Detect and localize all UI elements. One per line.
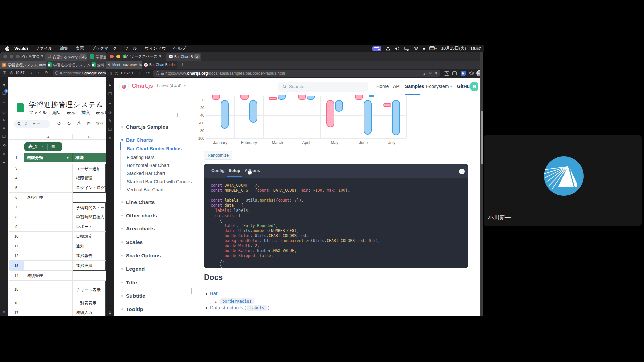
cell-a9[interactable] xyxy=(24,222,73,232)
apple-icon[interactable] xyxy=(5,46,9,51)
row-number[interactable]: 9 xyxy=(9,222,24,232)
back-panel-notes-icon[interactable]: ✎ xyxy=(0,118,8,123)
back-panel-add-icon[interactable]: + xyxy=(0,160,8,165)
extension-icon-blue[interactable] xyxy=(461,71,466,76)
bar-pink-may[interactable] xyxy=(326,100,334,127)
print-icon[interactable]: ⎙ xyxy=(77,121,80,126)
clock-icon[interactable]: ◷ xyxy=(115,71,118,75)
forward-icon[interactable]: › xyxy=(139,70,141,75)
url-field[interactable]: https://docs.google.com/s xyxy=(53,70,106,76)
cell-b16[interactable]: 一覧表表示 xyxy=(73,298,106,308)
front-panel-cards-icon[interactable]: ❏ xyxy=(106,127,114,132)
row-number[interactable]: 6 xyxy=(9,193,24,202)
front-panel-notes-icon[interactable]: ✎ xyxy=(106,119,114,123)
tab-sheets-3[interactable]: 森崎 xyxy=(90,61,106,69)
bar-blue-june[interactable] xyxy=(364,100,372,135)
sidebar-scroll-thumb[interactable] xyxy=(177,113,178,117)
clock-icon[interactable]: ◷ xyxy=(10,70,13,75)
nav-api[interactable]: API xyxy=(393,84,401,89)
code-tab-config[interactable]: Config xyxy=(211,168,225,173)
sidebar-item-2[interactable]: Bar Chart Border Radius xyxy=(127,146,182,152)
display-mirroring-icon[interactable] xyxy=(404,47,409,51)
panel-toggle-icon[interactable]: ◫ xyxy=(3,70,6,75)
front-panel-settings-icon[interactable]: ⚙ xyxy=(106,311,114,315)
ae-extension-badge[interactable]: æ xyxy=(470,82,478,90)
back-panel-settings-icon[interactable]: ⚙ xyxy=(0,310,8,314)
code-tab-setup[interactable]: Setup xyxy=(229,168,240,173)
code-block[interactable]: const DATA_COUNT = 7;const NUMBER_CFG = … xyxy=(204,178,468,268)
cell-a14[interactable]: 成績管理 xyxy=(24,271,73,281)
record-dot-icon[interactable] xyxy=(423,48,425,50)
sheets-search-pill[interactable]: メニュー xyxy=(14,120,50,128)
back-icon[interactable]: ‹ xyxy=(131,70,133,75)
cell-a4[interactable] xyxy=(24,173,73,183)
sidebar-item-6[interactable]: Stacked Bar Chart with Groups xyxy=(127,179,192,184)
workspace-caret-icon[interactable]: ▼ xyxy=(41,54,43,58)
cell-a12[interactable] xyxy=(24,251,73,261)
cell-b14[interactable] xyxy=(73,271,106,281)
sidebar-section-1[interactable]: Bar Charts xyxy=(126,137,153,143)
menu-item-2[interactable]: 表示 xyxy=(75,46,84,51)
menu-item-0[interactable]: ファイル xyxy=(35,46,52,51)
status-date[interactable]: 10月15日(火) xyxy=(441,46,466,51)
docs-chip-border-radius[interactable]: borderRadius xyxy=(220,298,254,304)
docs-link-bar[interactable]: Bar xyxy=(210,291,218,296)
tab-meet[interactable]: Meet - saz-enwt-iwj xyxy=(106,61,142,69)
bar-pink-march[interactable] xyxy=(269,97,277,100)
cell-b8[interactable]: 学習時間直接入 xyxy=(73,212,106,222)
cell-b11[interactable]: 通知 xyxy=(73,241,106,251)
row-number[interactable]: 14 xyxy=(9,271,24,281)
tab-drawio[interactable]: ◈ 学習管理システム.drawio - xyxy=(0,61,46,69)
panel-toggle-icon[interactable]: ◫ xyxy=(108,71,112,75)
cell-b10[interactable]: 目標設定 xyxy=(73,232,106,241)
caret-down-icon[interactable]: ▼ xyxy=(435,70,437,77)
front-panel-history-icon[interactable]: ◷ xyxy=(106,110,114,114)
star-icon[interactable]: ☆ xyxy=(96,101,100,107)
front-panel-add-icon[interactable]: + xyxy=(106,145,114,149)
doc-title[interactable]: 学習進捗管理システム xyxy=(29,100,103,109)
cell-b9[interactable]: レポート xyxy=(73,222,106,232)
menu-item-6[interactable]: ヘルプ xyxy=(173,46,186,51)
extensions-puzzle-icon[interactable] xyxy=(469,71,474,76)
cell-a13[interactable] xyxy=(24,261,73,271)
cell-a10[interactable] xyxy=(24,232,73,241)
sidebar-section-12[interactable]: Scale Options xyxy=(126,253,161,259)
tab-sheets-2[interactable]: 学習進捗 xyxy=(88,53,106,61)
back-panel-sync-icon[interactable]: ⟲ xyxy=(0,143,8,148)
bar-blue-april[interactable] xyxy=(307,96,315,100)
bar-blue-july[interactable] xyxy=(392,100,400,135)
reload-icon[interactable]: ⟳ xyxy=(146,71,150,75)
github-icon[interactable] xyxy=(459,169,465,174)
menu-item-1[interactable]: 編集 xyxy=(60,46,68,51)
row-number[interactable]: 16 xyxy=(9,298,24,308)
bar-blue-february[interactable] xyxy=(249,100,257,123)
triangle-icon[interactable] xyxy=(386,46,390,51)
sidebar-item-4[interactable]: Horizontal Bar Chart xyxy=(127,163,169,168)
sidebar-section-10[interactable]: Area charts xyxy=(126,226,155,232)
row-number[interactable]: 1 xyxy=(9,153,24,162)
bar-pink-april[interactable] xyxy=(298,95,306,100)
cell-b3[interactable]: ユーザー追加・ xyxy=(73,164,106,173)
bookmark-flag-icon[interactable]: ⚐ xyxy=(429,70,432,77)
docs-link-data-structures[interactable]: Data structures ( labels ) xyxy=(210,305,269,311)
back-panel-translate-icon[interactable]: A xyxy=(0,126,8,131)
back-panel-cards-icon[interactable]: ❏ xyxy=(0,134,8,139)
cell-b12[interactable]: 進捗報告 xyxy=(73,251,106,261)
table-header-a[interactable]: 機能分類∨ xyxy=(24,153,73,162)
paint-format-icon[interactable]: ⛿ xyxy=(87,121,90,126)
cell-a6[interactable]: 進捗管理 xyxy=(24,193,73,202)
row-number[interactable]: 13 xyxy=(9,261,24,271)
back-panel-bookmark-icon[interactable]: ⚑ xyxy=(0,83,8,87)
corner-cell[interactable] xyxy=(9,134,24,140)
sidebar-section-8[interactable]: Line Charts xyxy=(126,199,155,205)
bar-pink-june[interactable] xyxy=(355,95,363,100)
randomize-button[interactable]: Randomize xyxy=(204,151,232,160)
sidebar-section-0[interactable]: Chart.js Samples xyxy=(126,124,168,130)
tab-sheets-active[interactable]: 学習進捗管理システム - Go xyxy=(46,61,90,69)
cell-a16[interactable] xyxy=(24,298,73,308)
sheets-menu-4[interactable]: 表示形式 xyxy=(96,110,106,116)
nav-home[interactable]: Home xyxy=(376,84,389,89)
back-panel-close-icon[interactable]: ✕ xyxy=(0,153,8,156)
workspace-stack-icon[interactable] xyxy=(123,54,128,59)
front-panel-bookmark-icon[interactable]: ⚑ xyxy=(106,84,114,88)
